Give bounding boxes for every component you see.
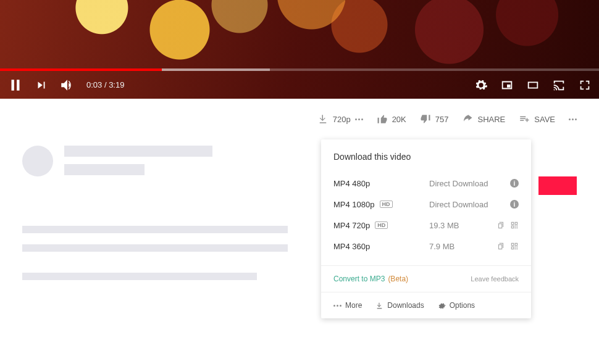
- format-label: MP4 360p: [333, 242, 370, 251]
- hd-badge: HD: [375, 221, 388, 229]
- convert-label: Convert to MP3: [333, 275, 385, 283]
- format-label: MP4 1080p: [333, 200, 375, 209]
- more-button[interactable]: More: [333, 301, 362, 310]
- downloads-label: Downloads: [387, 301, 424, 310]
- format-label: MP4 480p: [333, 179, 370, 188]
- ellipsis-icon: [569, 118, 577, 120]
- more-label: More: [345, 301, 362, 310]
- save-label: SAVE: [534, 115, 555, 124]
- theater-button[interactable]: [526, 78, 540, 92]
- download-popup: Download this video MP4 480pDirect Downl…: [321, 139, 531, 318]
- download-option[interactable]: MP4 360p7.9 MB: [333, 236, 519, 257]
- gear-icon: [438, 302, 446, 310]
- cast-icon: [552, 78, 566, 92]
- theater-icon: [526, 78, 540, 92]
- title-placeholder: [64, 146, 212, 183]
- popup-title: Download this video: [333, 152, 519, 162]
- ellipsis-icon: [333, 305, 341, 307]
- popup-footer: More Downloads Options: [333, 301, 519, 310]
- gear-icon: [474, 78, 488, 92]
- qr-icon[interactable]: [510, 221, 519, 230]
- format-label: MP4 720p: [333, 221, 370, 230]
- avatar[interactable]: [22, 146, 53, 176]
- fullscreen-button[interactable]: [578, 78, 592, 92]
- subscribe-button[interactable]: [538, 176, 577, 195]
- copy-icon[interactable]: [496, 242, 505, 250]
- download-option[interactable]: MP4 480pDirect Downloadi: [333, 173, 519, 194]
- download-icon: [375, 302, 383, 310]
- like-count: 20K: [392, 115, 406, 124]
- volume-button[interactable]: [59, 77, 75, 93]
- share-icon: [462, 114, 473, 125]
- convert-row[interactable]: Convert to MP3 (Beta) Leave feedback: [333, 275, 519, 283]
- video-player[interactable]: 0:03 / 3:19: [0, 0, 599, 99]
- info-icon[interactable]: i: [510, 200, 519, 209]
- miniplayer-icon: [500, 78, 514, 92]
- options-label: Options: [450, 301, 475, 310]
- hd-badge: HD: [380, 201, 393, 208]
- share-label: SHARE: [477, 115, 505, 124]
- downloads-button[interactable]: Downloads: [375, 301, 424, 310]
- copy-icon[interactable]: [496, 221, 505, 230]
- pause-button[interactable]: [7, 77, 23, 93]
- divider: [321, 292, 531, 292]
- time-display: 0:03 / 3:19: [86, 80, 124, 89]
- thumbs-up-icon: [377, 114, 388, 125]
- player-controls: 0:03 / 3:19: [0, 71, 599, 99]
- divider: [321, 265, 531, 266]
- ellipsis-icon: [355, 118, 363, 120]
- qr-icon[interactable]: [510, 242, 519, 250]
- like-button[interactable]: 20K: [377, 114, 406, 125]
- next-icon: [35, 78, 48, 92]
- dislike-button[interactable]: 757: [420, 114, 449, 125]
- download-option[interactable]: MP4 1080pHDDirect Downloadi: [333, 194, 519, 215]
- info-icon[interactable]: i: [510, 179, 519, 188]
- miniplayer-button[interactable]: [500, 78, 514, 92]
- format-info: 19.3 MB: [429, 221, 496, 230]
- video-actions-bar: 720p 20K 757 SHARE SAVE: [0, 99, 599, 125]
- more-actions-button[interactable]: [569, 118, 577, 120]
- cast-button[interactable]: [552, 78, 566, 92]
- format-info: Direct Download: [429, 179, 510, 188]
- download-icon: [317, 114, 329, 125]
- feedback-link[interactable]: Leave feedback: [471, 275, 519, 283]
- fullscreen-icon: [578, 78, 592, 92]
- share-button[interactable]: SHARE: [462, 114, 505, 125]
- volume-icon: [59, 77, 75, 93]
- download-option[interactable]: MP4 720pHD19.3 MB: [333, 215, 519, 236]
- beta-label: (Beta): [388, 275, 408, 283]
- download-quality-button[interactable]: 720p: [317, 114, 363, 125]
- dislike-count: 757: [435, 115, 449, 124]
- format-info: Direct Download: [429, 200, 510, 209]
- next-button[interactable]: [35, 78, 48, 92]
- format-info: 7.9 MB: [429, 242, 496, 251]
- settings-button[interactable]: [474, 78, 488, 92]
- thumbs-down-icon: [420, 114, 431, 125]
- save-button[interactable]: SAVE: [519, 114, 555, 125]
- options-button[interactable]: Options: [438, 301, 475, 310]
- download-quality-label: 720p: [333, 115, 351, 124]
- playlist-add-icon: [519, 114, 530, 125]
- description-placeholder: [22, 226, 288, 280]
- pause-icon: [7, 77, 23, 93]
